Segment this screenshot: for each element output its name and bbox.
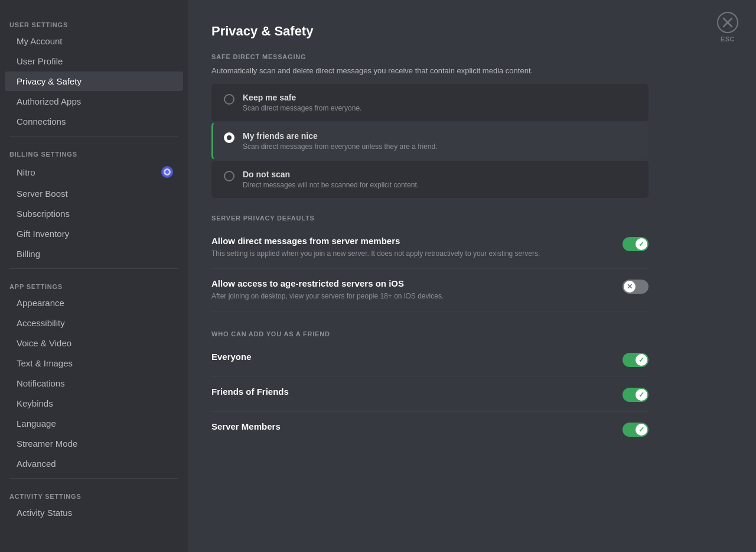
radio-text-no-scan: Do not scan Direct messages will not be … bbox=[243, 170, 419, 189]
toggle-row-age-restricted: Allow access to age-restricted servers o… bbox=[211, 269, 649, 311]
toggle-track-everyone: ✓ bbox=[623, 353, 649, 367]
toggle-thumb-server-members: ✓ bbox=[636, 424, 647, 436]
toggle-content-age-restricted: Allow access to age-restricted servers o… bbox=[211, 278, 623, 301]
sidebar-item-accessibility[interactable]: Accessibility bbox=[5, 313, 183, 333]
toggle-desc-allow-dm: This setting is applied when you join a … bbox=[211, 248, 611, 259]
toggle-track-allow-dm: ✓ bbox=[623, 237, 649, 251]
toggle-thumb-allow-dm: ✓ bbox=[636, 238, 647, 250]
content-section: Privacy & Safety Safe Direct Messaging A… bbox=[211, 24, 649, 446]
divider-billing bbox=[9, 136, 178, 137]
sidebar-item-label: My Account bbox=[17, 36, 63, 46]
nitro-icon bbox=[161, 165, 174, 178]
section-header-safe-dm: Safe Direct Messaging bbox=[211, 53, 649, 60]
sidebar-item-label: Privacy & Safety bbox=[17, 76, 82, 86]
sidebar-item-billing[interactable]: Billing bbox=[5, 244, 183, 264]
sidebar-item-nitro[interactable]: Nitro bbox=[5, 161, 183, 183]
radio-label-friends-nice: My friends are nice bbox=[243, 131, 438, 141]
sidebar-item-voice-video[interactable]: Voice & Video bbox=[5, 333, 183, 353]
toggle-title-everyone: Everyone bbox=[211, 352, 611, 362]
check-icon-server-members: ✓ bbox=[638, 426, 644, 434]
radio-sublabel-no-scan: Direct messages will not be scanned for … bbox=[243, 181, 419, 189]
toggle-thumb-friends-of-friends: ✓ bbox=[636, 389, 647, 401]
sidebar-item-label: Appearance bbox=[17, 298, 64, 308]
sidebar-item-label: User Profile bbox=[17, 56, 63, 66]
toggle-row-allow-dm: Allow direct messages from server member… bbox=[211, 226, 649, 269]
sidebar-item-label: Keybinds bbox=[17, 398, 53, 408]
sidebar-item-server-boost[interactable]: Server Boost bbox=[5, 184, 183, 203]
sidebar-item-label: Subscriptions bbox=[17, 209, 70, 219]
sidebar-item-text-images[interactable]: Text & Images bbox=[5, 353, 183, 373]
sidebar-item-gift-inventory[interactable]: Gift Inventory bbox=[5, 224, 183, 243]
radio-option-friends-nice[interactable]: My friends are nice Scan direct messages… bbox=[211, 122, 649, 160]
sidebar-item-label: Billing bbox=[17, 249, 40, 259]
divider-app bbox=[9, 268, 178, 269]
toggle-row-server-members: Server Members ✓ bbox=[211, 412, 649, 446]
sidebar-section-app-settings: App Settings bbox=[0, 274, 188, 293]
toggle-title-age-restricted: Allow access to age-restricted servers o… bbox=[211, 278, 611, 288]
sidebar-item-notifications[interactable]: Notifications bbox=[5, 374, 183, 393]
sidebar-section-billing-settings: Billing Settings bbox=[0, 141, 188, 160]
toggle-thumb-everyone: ✓ bbox=[636, 354, 647, 366]
radio-text-friends-nice: My friends are nice Scan direct messages… bbox=[243, 131, 438, 151]
toggle-check-icon: ✓ bbox=[638, 240, 644, 248]
radio-option-no-scan[interactable]: Do not scan Direct messages will not be … bbox=[211, 161, 649, 198]
sidebar-item-label: Connections bbox=[17, 116, 66, 126]
toggle-row-friends-of-friends: Friends of Friends ✓ bbox=[211, 377, 649, 412]
sidebar-item-streamer-mode[interactable]: Streamer Mode bbox=[5, 434, 183, 453]
sidebar-item-connections[interactable]: Connections bbox=[5, 112, 183, 131]
radio-sublabel-keep-safe: Scan direct messages from everyone. bbox=[243, 104, 361, 112]
section-header-who-can-add: Who Can Add You As A Friend bbox=[211, 330, 649, 337]
radio-sublabel-friends-nice: Scan direct messages from everyone unles… bbox=[243, 142, 438, 151]
radio-circle-no-scan bbox=[224, 171, 234, 181]
sidebar-item-activity-status[interactable]: Activity Status bbox=[5, 503, 183, 522]
radio-label-no-scan: Do not scan bbox=[243, 170, 419, 179]
main-content: ESC Privacy & Safety Safe Direct Messagi… bbox=[188, 0, 756, 552]
toggle-content-friends-of-friends: Friends of Friends bbox=[211, 387, 623, 399]
sidebar-item-label: Streamer Mode bbox=[17, 439, 77, 449]
close-button[interactable] bbox=[717, 12, 738, 33]
sidebar-item-authorized-apps[interactable]: Authorized Apps bbox=[5, 92, 183, 111]
toggle-row-everyone: Everyone ✓ bbox=[211, 342, 649, 377]
toggle-track-age-restricted: ✕ bbox=[623, 280, 649, 294]
section-header-server-privacy: Server Privacy Defaults bbox=[211, 215, 649, 222]
svg-point-2 bbox=[165, 170, 169, 174]
toggle-friends-of-friends[interactable]: ✓ bbox=[623, 388, 649, 402]
close-area[interactable]: ESC bbox=[717, 12, 738, 43]
sidebar-item-label: Server Boost bbox=[17, 189, 68, 199]
sidebar-item-label: Language bbox=[17, 418, 56, 428]
toggle-track-friends-of-friends: ✓ bbox=[623, 388, 649, 402]
toggle-x-icon: ✕ bbox=[627, 283, 633, 291]
sidebar-section-user-settings: User Settings bbox=[0, 12, 188, 31]
sidebar-item-privacy-safety[interactable]: Privacy & Safety bbox=[5, 72, 183, 91]
toggle-content-allow-dm: Allow direct messages from server member… bbox=[211, 236, 623, 259]
radio-option-keep-safe[interactable]: Keep me safe Scan direct messages from e… bbox=[211, 84, 649, 121]
toggle-age-restricted[interactable]: ✕ bbox=[623, 280, 649, 294]
sidebar-item-appearance[interactable]: Appearance bbox=[5, 293, 183, 313]
radio-circle-keep-safe bbox=[224, 94, 234, 105]
toggle-content-everyone: Everyone bbox=[211, 352, 623, 364]
toggle-everyone[interactable]: ✓ bbox=[623, 353, 649, 367]
toggle-server-members[interactable]: ✓ bbox=[623, 423, 649, 437]
sidebar-item-user-profile[interactable]: User Profile bbox=[5, 51, 183, 71]
sidebar-item-keybinds[interactable]: Keybinds bbox=[5, 394, 183, 413]
toggle-allow-dm[interactable]: ✓ bbox=[623, 237, 649, 251]
sidebar-item-language[interactable]: Language bbox=[5, 414, 183, 433]
toggle-title-server-members: Server Members bbox=[211, 421, 611, 431]
sidebar-item-advanced[interactable]: Advanced bbox=[5, 454, 183, 473]
sidebar-item-label: Activity Status bbox=[17, 508, 72, 518]
toggle-thumb-age-restricted: ✕ bbox=[624, 281, 636, 293]
page-title: Privacy & Safety bbox=[211, 24, 649, 39]
sidebar-item-subscriptions[interactable]: Subscriptions bbox=[5, 204, 183, 223]
toggle-title-friends-of-friends: Friends of Friends bbox=[211, 387, 611, 397]
sidebar-item-label: Voice & Video bbox=[17, 338, 71, 348]
radio-label-keep-safe: Keep me safe bbox=[243, 93, 361, 102]
toggle-track-server-members: ✓ bbox=[623, 423, 649, 437]
check-icon-friends-of-friends: ✓ bbox=[638, 391, 644, 399]
sidebar-item-label: Nitro bbox=[17, 167, 35, 177]
sidebar-item-label: Advanced bbox=[17, 459, 56, 469]
toggle-content-server-members: Server Members bbox=[211, 421, 623, 434]
sidebar-item-my-account[interactable]: My Account bbox=[5, 31, 183, 51]
radio-text-keep-safe: Keep me safe Scan direct messages from e… bbox=[243, 93, 361, 112]
section-description-safe-dm: Automatically scan and delete direct mes… bbox=[211, 65, 649, 77]
sidebar-item-label: Notifications bbox=[17, 378, 65, 388]
